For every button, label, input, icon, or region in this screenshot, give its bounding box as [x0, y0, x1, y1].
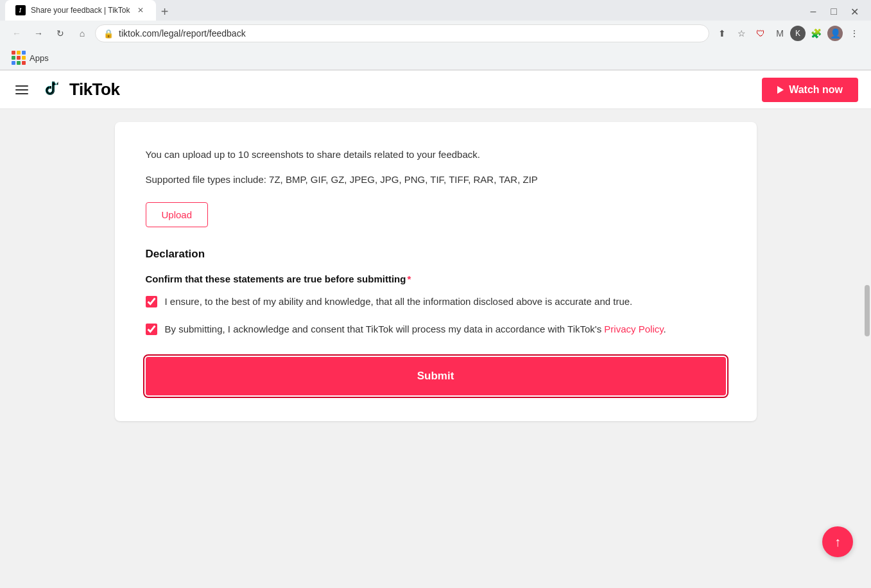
refresh-button[interactable]: ↻ [51, 24, 69, 42]
hamburger-line-3 [15, 93, 28, 94]
bookmarks-bar: Apps [0, 46, 871, 70]
apps-label: Apps [30, 53, 49, 63]
active-tab: Share your feedback | TikTok ✕ [5, 0, 156, 21]
home-button[interactable]: ⌂ [73, 24, 91, 42]
checkbox-1[interactable] [146, 296, 157, 307]
declaration-title: Declaration [146, 248, 726, 261]
watch-now-button[interactable]: Watch now [762, 78, 858, 102]
ublock-icon[interactable]: 🛡 [752, 24, 770, 42]
checkbox-2-wrapper [146, 324, 157, 335]
main-content: You can upload up to 10 screenshots to s… [0, 109, 871, 447]
apps-grid-icon [12, 51, 26, 65]
upload-info-text: You can upload up to 10 screenshots to s… [146, 148, 726, 162]
supported-types-text: Supported file types include: 7Z, BMP, G… [146, 173, 726, 187]
tiktok-logo-text: TikTok [69, 80, 119, 99]
share-button[interactable]: ⬆ [713, 24, 731, 42]
tab-close-button[interactable]: ✕ [135, 5, 146, 15]
checkbox-1-wrapper [146, 296, 157, 307]
submit-section: Submit [146, 357, 726, 395]
tiktok-logo[interactable]: TikTok [41, 78, 119, 101]
new-tab-button[interactable]: + [156, 3, 174, 21]
tab-favicon [15, 5, 26, 15]
form-card: You can upload up to 10 screenshots to s… [115, 122, 757, 421]
apps-bookmark[interactable]: Apps [8, 49, 53, 67]
back-button[interactable]: ← [8, 24, 26, 42]
play-icon [777, 86, 784, 94]
browser-chrome: Share your feedback | TikTok ✕ + – □ ✕ ←… [0, 0, 871, 71]
confirm-label: Confirm that these statements are true b… [146, 273, 726, 284]
tiktok-logo-icon [41, 78, 64, 101]
profile-icon[interactable]: 👤 [826, 24, 844, 42]
upload-button[interactable]: Upload [146, 202, 209, 227]
page-content: TikTok Watch now You can upload up to 10… [0, 71, 871, 447]
checkbox-1-text: I ensure, to the best of my ability and … [165, 295, 633, 309]
url-input[interactable] [119, 28, 701, 39]
maximize-button[interactable]: □ [825, 3, 843, 21]
bookmark-button[interactable]: ☆ [732, 24, 750, 42]
checkbox-2-text: By submitting, I acknowledge and consent… [165, 322, 666, 337]
checkbox-2[interactable] [146, 324, 157, 335]
close-window-button[interactable]: ✕ [845, 3, 863, 21]
checkbox-row-1: I ensure, to the best of my ability and … [146, 295, 726, 309]
submit-button[interactable]: Submit [146, 357, 726, 395]
menu-button[interactable]: ⋮ [845, 24, 863, 42]
tiktok-header: TikTok Watch now [0, 71, 871, 109]
checkbox-2-prefix: By submitting, I acknowledge and consent… [165, 324, 605, 334]
tab-title: Share your feedback | TikTok [31, 6, 130, 15]
tab-bar: Share your feedback | TikTok ✕ + – □ ✕ [0, 0, 871, 21]
extension-m-icon[interactable]: M [771, 24, 789, 42]
hamburger-line-1 [15, 85, 28, 87]
declaration-section: Declaration Confirm that these statement… [146, 248, 726, 395]
scrollbar[interactable] [863, 83, 871, 447]
checkbox-row-2: By submitting, I acknowledge and consent… [146, 322, 726, 337]
hamburger-line-2 [15, 89, 28, 91]
security-lock-icon: 🔒 [103, 29, 114, 39]
scrollbar-thumb[interactable] [865, 285, 870, 336]
puzzle-icon[interactable]: 🧩 [807, 24, 825, 42]
forward-button[interactable]: → [30, 24, 47, 42]
watch-now-label: Watch now [789, 84, 843, 96]
minimize-button[interactable]: – [804, 3, 822, 21]
confirm-label-text: Confirm that these statements are true b… [146, 273, 406, 284]
address-bar[interactable]: 🔒 [95, 24, 709, 42]
header-left: TikTok [13, 78, 119, 101]
address-bar-row: ← → ↻ ⌂ 🔒 ⬆ ☆ 🛡 M K 🧩 👤 ⋮ [0, 21, 871, 46]
browser-actions: ⬆ ☆ 🛡 M K 🧩 👤 ⋮ [713, 24, 863, 42]
privacy-policy-link[interactable]: Privacy Policy [604, 324, 663, 334]
hamburger-menu-button[interactable] [13, 83, 31, 97]
k-extension-icon[interactable]: K [790, 26, 806, 41]
required-asterisk: * [407, 273, 411, 284]
checkbox-2-suffix: . [664, 324, 666, 334]
